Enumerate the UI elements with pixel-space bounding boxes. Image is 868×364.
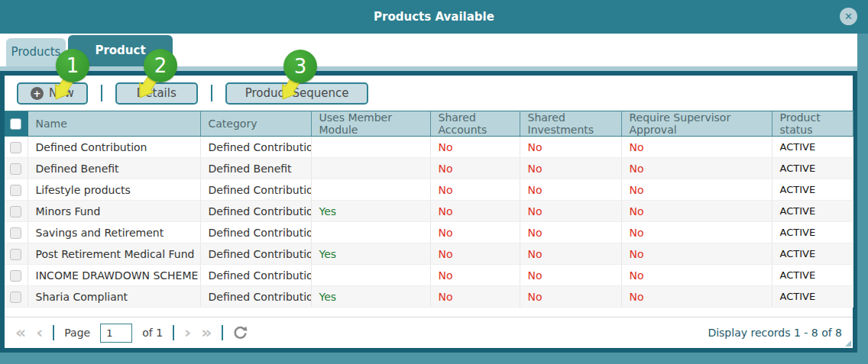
- table-cell: No: [430, 286, 520, 308]
- table-cell: No: [430, 158, 520, 179]
- pagination: « ‹ Page of 1 › »: [15, 324, 248, 343]
- table-cell: No: [520, 286, 621, 308]
- table-cell: Lifestyle products: [28, 179, 200, 201]
- table-cell: ACTIVE: [772, 265, 853, 286]
- table-cell: [311, 158, 430, 179]
- table-cell: No: [520, 243, 621, 265]
- row-checkbox-cell: [5, 222, 28, 243]
- table-cell: Defined Contribution: [200, 265, 311, 286]
- column-header-1[interactable]: Name: [28, 111, 200, 137]
- pagination-separator: [53, 325, 54, 340]
- row-checkbox-cell: [5, 265, 28, 286]
- table-row[interactable]: Savings and RetirementDefined Contributi…: [5, 222, 853, 243]
- refresh-icon[interactable]: [233, 326, 248, 340]
- table-cell: Minors Fund: [28, 201, 200, 222]
- table-row[interactable]: Lifestyle productsDefined ContributionNo…: [5, 179, 853, 201]
- table-cell: No: [430, 265, 520, 286]
- column-header-4[interactable]: Shared Accounts: [430, 111, 520, 137]
- table-cell: No: [621, 286, 772, 308]
- row-checkbox[interactable]: [10, 185, 21, 196]
- table-cell: No: [430, 179, 520, 201]
- table-cell: ACTIVE: [772, 158, 853, 179]
- select-all-checkbox[interactable]: [10, 118, 21, 130]
- table-row[interactable]: Post Retirement Medical FundDefined Cont…: [5, 243, 853, 265]
- toolbar-separator: [101, 85, 102, 101]
- step-badge-3: 3: [283, 50, 317, 83]
- table-footer: « ‹ Page of 1 › » Display records 1 - 8 …: [5, 317, 853, 348]
- column-header-2[interactable]: Category: [200, 111, 311, 137]
- table-cell: ACTIVE: [772, 137, 853, 158]
- table-row[interactable]: Defined ContributionDefined Contribution…: [5, 137, 853, 158]
- table-cell: No: [430, 201, 520, 222]
- table-cell: No: [621, 179, 772, 201]
- column-header-5[interactable]: Shared Investments: [520, 111, 621, 137]
- table-cell: ACTIVE: [772, 179, 853, 201]
- table-row[interactable]: Minors FundDefined ContributionYesNoNoNo…: [5, 201, 853, 222]
- row-checkbox[interactable]: [10, 270, 21, 282]
- table-cell: No: [430, 243, 520, 265]
- table-cell: Defined Contribution: [200, 137, 311, 158]
- toolbar: + New Details Product Sequence: [5, 76, 853, 111]
- table-cell: [311, 222, 430, 243]
- table-cell: Defined Contribution: [200, 243, 311, 265]
- table-cell: No: [430, 222, 520, 243]
- row-checkbox[interactable]: [10, 206, 21, 217]
- table-row[interactable]: INCOME DRAWDOWN SCHEMEDefined Contributi…: [5, 265, 853, 286]
- dialog-title: Products Available: [0, 0, 868, 34]
- page-count-label: of 1: [142, 327, 163, 339]
- row-checkbox-cell: [5, 201, 28, 222]
- page-label: Page: [64, 327, 90, 339]
- step-badge-1: 1: [56, 49, 89, 82]
- row-checkbox[interactable]: [10, 163, 21, 175]
- table-cell: No: [621, 243, 772, 265]
- table-cell: Post Retirement Medical Fund: [28, 243, 200, 265]
- table-cell: Defined Benefit: [28, 158, 200, 179]
- product-category-panel: + New Details Product Sequence NameCateg…: [0, 71, 857, 353]
- plus-circle-icon: +: [31, 87, 44, 100]
- table-cell: Defined Contribution: [200, 222, 311, 243]
- table-cell: ACTIVE: [772, 243, 853, 265]
- table-cell: Defined Contribution: [28, 137, 200, 158]
- table-cell: No: [621, 265, 772, 286]
- row-checkbox[interactable]: [10, 292, 21, 303]
- records-count: Display records 1 - 8 of 8: [708, 327, 842, 339]
- toolbar-separator: [211, 85, 212, 101]
- first-page-icon[interactable]: «: [15, 325, 26, 340]
- row-checkbox-cell: [5, 137, 28, 158]
- table-cell: Savings and Retirement: [28, 222, 200, 243]
- table-cell: No: [520, 201, 621, 222]
- table-cell: Defined Benefit: [200, 158, 311, 179]
- select-all-header-cell: [5, 111, 28, 137]
- dialog-titlebar: Products Available ✕: [0, 0, 868, 34]
- table-cell: No: [520, 137, 621, 158]
- table-cell: ACTIVE: [772, 286, 853, 308]
- next-page-icon[interactable]: ›: [184, 325, 191, 340]
- step-badge-2: 2: [144, 49, 177, 82]
- column-header-7[interactable]: Product status: [772, 111, 853, 137]
- table-cell: [311, 265, 430, 286]
- table-cell: Yes: [311, 286, 430, 308]
- row-checkbox[interactable]: [10, 142, 21, 153]
- prev-page-icon[interactable]: ‹: [36, 325, 43, 340]
- close-icon[interactable]: ✕: [840, 8, 857, 25]
- last-page-icon[interactable]: »: [201, 325, 212, 340]
- table-cell: No: [430, 137, 520, 158]
- row-checkbox[interactable]: [10, 249, 21, 260]
- page-number-input[interactable]: [100, 324, 132, 343]
- row-checkbox-cell: [5, 158, 28, 179]
- tab-bar: Products Product category: [0, 34, 857, 66]
- table-cell: No: [621, 201, 772, 222]
- column-header-6[interactable]: Require Supervisor Approval: [621, 111, 772, 137]
- table-cell: ACTIVE: [772, 201, 853, 222]
- table-cell: No: [520, 179, 621, 201]
- row-checkbox-cell: [5, 286, 28, 308]
- table-cell: [311, 179, 430, 201]
- column-header-3[interactable]: Uses Member Module: [311, 111, 430, 137]
- row-checkbox[interactable]: [10, 227, 21, 239]
- table-cell: ACTIVE: [772, 222, 853, 243]
- row-checkbox-cell: [5, 179, 28, 201]
- table-row[interactable]: Defined BenefitDefined BenefitNoNoNoACTI…: [5, 158, 853, 179]
- table-cell: No: [621, 158, 772, 179]
- resize-handle[interactable]: [845, 340, 851, 346]
- table-row[interactable]: Sharia CompliantDefined ContributionYesN…: [5, 286, 853, 308]
